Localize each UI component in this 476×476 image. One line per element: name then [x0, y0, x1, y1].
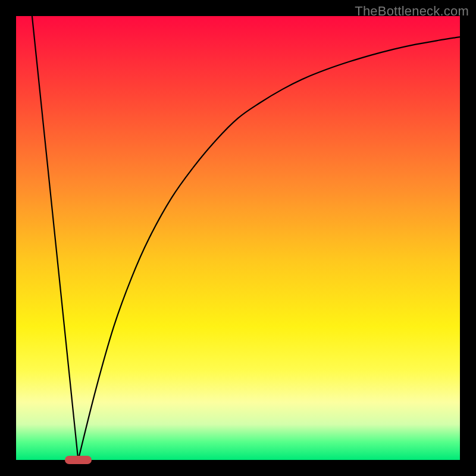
chart-frame: TheBottleneck.com — [0, 0, 476, 476]
right-curve-path — [78, 37, 460, 460]
bottleneck-marker — [65, 456, 92, 464]
watermark-text: TheBottleneck.com — [355, 4, 469, 19]
chart-curves-svg — [16, 16, 460, 460]
left-line-path — [32, 16, 78, 460]
